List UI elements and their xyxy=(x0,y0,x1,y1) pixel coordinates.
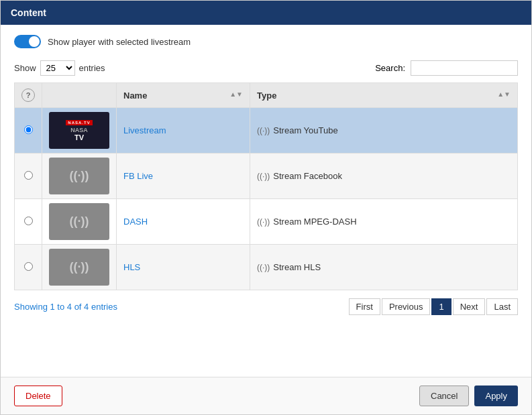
name-cell[interactable]: HLS xyxy=(117,245,250,290)
help-icon[interactable]: ? xyxy=(21,88,35,102)
stream-icon: ((·)) xyxy=(257,217,270,227)
col-thumbnail xyxy=(42,83,117,108)
radio-cell xyxy=(15,108,42,154)
row-radio-2[interactable] xyxy=(24,171,33,180)
table-footer: Showing 1 to 4 of 4 entries First Previo… xyxy=(14,298,518,315)
type-label: Stream HLS xyxy=(273,262,321,272)
apply-button[interactable]: Apply xyxy=(474,386,518,406)
showing-middle: of xyxy=(72,302,84,312)
page-first-button[interactable]: First xyxy=(349,298,380,315)
col-radio: ? xyxy=(15,83,42,108)
modal-footer: Delete Cancel Apply xyxy=(1,377,531,414)
thumbnail-cell: NASA.TV NASA TV xyxy=(42,108,117,154)
col-type-label: Type xyxy=(257,91,276,101)
name-cell[interactable]: FB Live xyxy=(117,154,250,199)
pagination: First Previous 1 Next Last xyxy=(349,298,518,315)
row-radio-3[interactable] xyxy=(24,217,33,225)
toggle-label: Show player with selected livestream xyxy=(48,37,191,47)
table-row: ((·))FB Live((·))Stream Facebook xyxy=(15,154,518,199)
modal-body: Show player with selected livestream Sho… xyxy=(1,25,531,377)
type-cell: ((·))Stream Facebook xyxy=(250,154,518,199)
page-last-button[interactable]: Last xyxy=(486,298,518,315)
delete-button[interactable]: Delete xyxy=(14,386,62,406)
search-input[interactable] xyxy=(411,60,518,76)
toggle-thumb xyxy=(29,36,40,47)
type-label: Stream Facebook xyxy=(273,171,342,181)
sort-arrows-type: ▲▼ xyxy=(497,91,511,98)
name-cell[interactable]: DASH xyxy=(117,199,250,245)
footer-right: Cancel Apply xyxy=(419,386,518,406)
thumbnail-cell: ((·)) xyxy=(42,154,117,199)
thumbnail-cell: ((·)) xyxy=(42,245,117,290)
showing-prefix: Showing xyxy=(14,302,50,312)
search-row: Search: xyxy=(375,60,518,76)
thumbnail-image: ((·)) xyxy=(49,158,109,194)
showing-suffix: entries xyxy=(89,302,117,312)
page-next-button[interactable]: Next xyxy=(453,298,486,315)
radio-cell xyxy=(15,154,42,199)
radio-cell xyxy=(15,199,42,245)
row-radio-4[interactable] xyxy=(24,262,33,271)
row-radio-1[interactable] xyxy=(24,125,33,134)
modal-header: Content xyxy=(1,1,531,25)
search-label: Search: xyxy=(375,63,405,73)
thumbnail-image: NASA.TV NASA TV xyxy=(49,112,109,149)
modal-title: Content xyxy=(11,7,46,18)
thumbnail-image: ((·)) xyxy=(49,249,109,286)
sort-arrows-name: ▲▼ xyxy=(229,91,243,98)
entries-label: entries xyxy=(79,63,105,73)
type-cell: ((·))Stream MPEG-DASH xyxy=(250,199,518,245)
showing-text: Showing 1 to 4 of 4 entries xyxy=(14,302,117,312)
thumbnail-cell: ((·)) xyxy=(42,199,117,245)
col-name[interactable]: Name ▲▼ xyxy=(117,83,250,108)
type-cell: ((·))Stream HLS xyxy=(250,245,518,290)
table-head: ? Name ▲▼ Type ▲▼ xyxy=(15,83,518,108)
radio-cell xyxy=(15,245,42,290)
name-cell[interactable]: Livestream xyxy=(117,108,250,154)
type-label: Stream YouTube xyxy=(273,125,337,135)
show-entries: Show 25 10 50 100 entries xyxy=(14,60,105,76)
data-table: ? Name ▲▼ Type ▲▼ NASA.TV xyxy=(14,82,518,290)
stream-icon: ((·)) xyxy=(257,126,270,135)
show-label: Show xyxy=(14,63,36,73)
entries-select[interactable]: 25 10 50 100 xyxy=(40,60,75,76)
table-controls: Show 25 10 50 100 entries Search: xyxy=(14,60,518,76)
col-name-label: Name xyxy=(123,91,147,101)
type-cell: ((·))Stream YouTube xyxy=(250,108,518,154)
toggle-row: Show player with selected livestream xyxy=(14,35,518,48)
col-type[interactable]: Type ▲▼ xyxy=(250,83,518,108)
thumbnail-image: ((·)) xyxy=(49,203,109,240)
stream-icon: ((·)) xyxy=(257,172,270,181)
cancel-button[interactable]: Cancel xyxy=(419,386,469,406)
type-label: Stream MPEG-DASH xyxy=(273,217,356,227)
modal-container: Content Show player with selected livest… xyxy=(0,0,532,415)
page-current-button[interactable]: 1 xyxy=(431,298,451,315)
page-previous-button[interactable]: Previous xyxy=(382,298,431,315)
showing-range: 1 to 4 xyxy=(50,302,72,312)
table-body: NASA.TV NASA TV Livestream((·))Stream Yo… xyxy=(15,108,518,290)
table-header-row: ? Name ▲▼ Type ▲▼ xyxy=(15,83,518,108)
stream-icon: ((·)) xyxy=(257,263,270,272)
toggle-switch[interactable] xyxy=(14,35,41,48)
table-row: ((·))DASH((·))Stream MPEG-DASH xyxy=(15,199,518,245)
table-row: ((·))HLS((·))Stream HLS xyxy=(15,245,518,290)
table-row: NASA.TV NASA TV Livestream((·))Stream Yo… xyxy=(15,108,518,154)
